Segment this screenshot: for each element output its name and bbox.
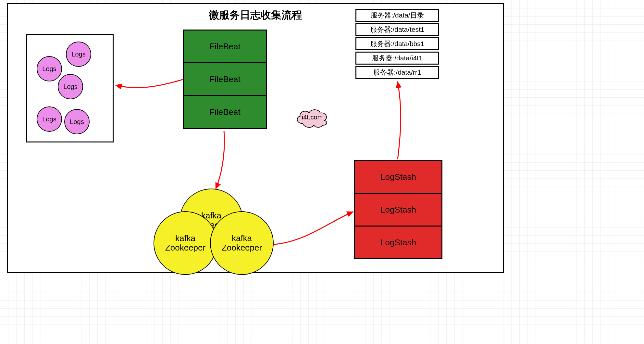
filebeat-stack: FileBeat FileBeat FileBeat <box>183 30 267 131</box>
diagram-frame: 微服务日志收集流程 Logs Logs Logs Logs Logs FileB… <box>7 3 504 273</box>
logstash-node: LogStash <box>354 160 442 194</box>
logs-node: Logs <box>64 109 90 134</box>
logstash-stack: LogStash LogStash LogStash <box>354 160 442 259</box>
arrow-filebeat-to-kafka <box>216 131 224 189</box>
cloud-label: i4t.com <box>302 114 323 121</box>
server-row: 服务器:/data/test1 <box>355 23 439 36</box>
server-row: 服务器:/data/bbs1 <box>355 37 439 50</box>
filebeat-node: FileBeat <box>183 62 267 96</box>
logstash-label: LogStash <box>380 205 416 215</box>
filebeat-node: FileBeat <box>183 30 267 63</box>
logstash-label: LogStash <box>380 238 416 248</box>
logs-node: Logs <box>37 56 62 81</box>
logstash-node: LogStash <box>354 193 442 227</box>
logs-node: Logs <box>37 106 62 132</box>
arrow-kafka-to-logstash <box>274 212 353 244</box>
kafka-label-line1: kafka <box>175 234 195 243</box>
server-row: 服务器:/data/rr1 <box>355 66 439 79</box>
cloud-shape: i4t.com <box>293 106 331 129</box>
kafka-label-line2: Zookeeper <box>165 243 205 252</box>
logs-container: Logs Logs Logs Logs Logs <box>26 34 114 142</box>
server-row: 服务器:/data/目录 <box>355 9 439 22</box>
logs-label: Logs <box>42 116 56 123</box>
logstash-label: LogStash <box>380 172 416 182</box>
server-row: 服务器:/data/i4t1 <box>355 52 439 65</box>
logs-label: Logs <box>70 118 84 126</box>
server-list: 服务器:/data/目录 服务器:/data/test1 服务器:/data/b… <box>355 7 439 79</box>
server-label: 服务器:/data/bbs1 <box>370 39 425 48</box>
kafka-node: kafka Zookeeper <box>154 211 217 275</box>
server-label: 服务器:/data/test1 <box>370 25 425 34</box>
filebeat-node: FileBeat <box>183 95 267 129</box>
kafka-label-line2: Zookeeper <box>222 243 262 252</box>
server-label: 服务器:/data/目录 <box>371 11 424 20</box>
arrow-logstash-to-servers <box>398 82 401 159</box>
logs-label: Logs <box>42 65 56 73</box>
logs-label: Logs <box>63 83 77 91</box>
logs-node: Logs <box>58 74 83 99</box>
server-label: 服务器:/data/i4t1 <box>372 54 422 63</box>
logs-node: Logs <box>66 42 91 67</box>
filebeat-label: FileBeat <box>209 42 240 52</box>
kafka-node: kafka Zookeeper <box>210 211 274 275</box>
logstash-node: LogStash <box>354 226 442 259</box>
server-label: 服务器:/data/rr1 <box>373 68 421 77</box>
arrow-filebeat-to-logs <box>116 80 183 88</box>
kafka-label-line1: kafka <box>232 234 252 243</box>
logs-label: Logs <box>71 51 85 58</box>
filebeat-label: FileBeat <box>209 107 240 117</box>
filebeat-label: FileBeat <box>209 74 240 84</box>
